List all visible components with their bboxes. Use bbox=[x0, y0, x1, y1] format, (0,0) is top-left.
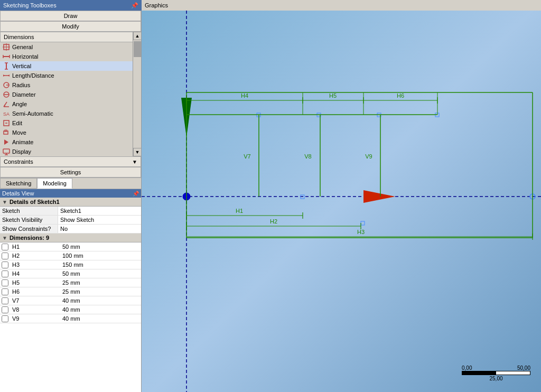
tab-modeling[interactable]: Modeling bbox=[37, 178, 72, 189]
tool-animate[interactable]: Animate bbox=[0, 137, 133, 147]
dimensions-section-header[interactable]: Dimensions ▲ bbox=[0, 32, 141, 42]
tool-vertical-label: Vertical bbox=[12, 63, 31, 69]
pin-icon[interactable]: 📌 bbox=[131, 2, 138, 9]
tool-semi-automatic[interactable]: SA Semi-Automatic bbox=[0, 109, 133, 118]
vertical-icon bbox=[2, 62, 11, 70]
tool-general-label: General bbox=[12, 44, 33, 50]
animate-icon bbox=[2, 138, 11, 146]
dim-checkbox-V9[interactable] bbox=[2, 315, 8, 322]
modify-section-header[interactable]: Modify bbox=[0, 21, 141, 32]
dim-row-V9: V9 40 mm bbox=[0, 314, 141, 323]
details-header: Details View 📌 bbox=[0, 189, 141, 198]
tool-radius-label: Radius bbox=[12, 82, 30, 88]
draw-section-header[interactable]: Draw bbox=[0, 11, 141, 21]
length-icon bbox=[2, 71, 11, 80]
dim-row-V7: V7 40 mm bbox=[0, 296, 141, 305]
dim-checkbox-H1[interactable] bbox=[2, 244, 8, 250]
svg-text:H2: H2 bbox=[270, 218, 277, 225]
tab-sketching[interactable]: Sketching bbox=[0, 178, 37, 189]
horizontal-icon bbox=[2, 52, 11, 61]
tool-display[interactable]: Display bbox=[0, 147, 133, 156]
tool-general[interactable]: General bbox=[0, 42, 133, 52]
svg-text:V9: V9 bbox=[365, 153, 372, 160]
details-section-sketch1: ▼ Details of Sketch1 bbox=[0, 198, 141, 207]
constraints-section-header[interactable]: Constraints ▼ bbox=[0, 156, 141, 167]
svg-rect-22 bbox=[3, 149, 10, 153]
scroll-thumb[interactable] bbox=[134, 41, 141, 57]
scroll-up-btn[interactable]: ▲ bbox=[133, 32, 142, 40]
angle-icon bbox=[2, 100, 11, 108]
toolbox-title: Sketching Toolboxes 📌 bbox=[0, 0, 142, 11]
move-icon bbox=[2, 128, 11, 137]
dim-row-H1: H1 50 mm bbox=[0, 242, 141, 251]
tool-vertical[interactable]: Vertical bbox=[0, 61, 133, 71]
tool-move[interactable]: Move bbox=[0, 128, 133, 137]
details-view: Details View 📌 ▼ Details of Sketch1 Sket… bbox=[0, 189, 141, 392]
svg-marker-35 bbox=[363, 190, 395, 203]
dim-row-H2: H2 100 mm bbox=[0, 251, 141, 260]
settings-section-header[interactable]: Settings bbox=[0, 167, 141, 178]
detail-constraints-row: Show Constraints? No bbox=[0, 225, 141, 234]
dim-checkbox-H2[interactable] bbox=[2, 253, 8, 259]
scale-black bbox=[462, 371, 496, 375]
radius-icon bbox=[2, 81, 11, 89]
dim-row-V8: V8 40 mm bbox=[0, 305, 141, 314]
svg-text:H3: H3 bbox=[357, 229, 365, 235]
tool-edit[interactable]: Edit bbox=[0, 118, 133, 128]
tool-display-label: Display bbox=[12, 148, 31, 155]
sketch-svg: H1 H2 H3 H4 H5 H6 V7 bbox=[142, 11, 541, 392]
dim-row-H4: H4 50 mm bbox=[0, 269, 141, 278]
display-icon bbox=[2, 147, 11, 156]
details-pin-icon[interactable]: 📌 bbox=[133, 191, 139, 197]
tool-angle[interactable]: Angle bbox=[0, 99, 133, 109]
dim-checkbox-H5[interactable] bbox=[2, 279, 8, 286]
scale-bar: 0,00 50,00 25,00 bbox=[462, 365, 530, 381]
dim-checkbox-H6[interactable] bbox=[2, 288, 8, 295]
tool-horizontal-label: Horizontal bbox=[12, 53, 39, 60]
general-icon bbox=[2, 43, 11, 51]
svg-text:H5: H5 bbox=[329, 92, 337, 99]
svg-text:H1: H1 bbox=[236, 208, 243, 214]
svg-rect-33 bbox=[361, 221, 365, 225]
tool-diameter[interactable]: Diameter bbox=[0, 90, 133, 99]
edit-icon bbox=[2, 119, 11, 127]
scroll-down-btn[interactable]: ▼ bbox=[133, 148, 142, 156]
tool-angle-label: Angle bbox=[12, 101, 27, 107]
scale-white bbox=[496, 371, 530, 375]
details-dimensions-header: ▼ Dimensions: 9 bbox=[0, 234, 141, 242]
tool-diameter-label: Diameter bbox=[12, 91, 36, 98]
semi-auto-icon: SA bbox=[2, 109, 11, 118]
svg-text:V8: V8 bbox=[304, 153, 311, 160]
tool-length-distance[interactable]: Length/Distance bbox=[0, 71, 133, 80]
dim-row-H3: H3 150 mm bbox=[0, 260, 141, 269]
dim-checkbox-H3[interactable] bbox=[2, 262, 8, 268]
svg-text:SA: SA bbox=[3, 111, 10, 117]
tool-semi-auto-label: Semi-Automatic bbox=[12, 110, 53, 117]
svg-text:H6: H6 bbox=[397, 92, 404, 99]
svg-text:H4: H4 bbox=[241, 92, 248, 99]
scale-right-label: 50,00 bbox=[517, 365, 530, 371]
tool-animate-label: Animate bbox=[12, 139, 33, 145]
tool-move-label: Move bbox=[12, 129, 26, 136]
toolbox-scrollbar[interactable]: ▲ ▼ bbox=[133, 32, 141, 156]
tool-edit-label: Edit bbox=[12, 120, 22, 126]
svg-marker-21 bbox=[4, 139, 8, 145]
tool-horizontal[interactable]: Horizontal bbox=[0, 52, 133, 61]
scale-center-label: 25,00 bbox=[462, 376, 530, 381]
scale-left-label: 0,00 bbox=[462, 365, 472, 371]
svg-line-15 bbox=[4, 102, 7, 107]
svg-text:V7: V7 bbox=[244, 153, 250, 160]
constraints-arrow-icon[interactable]: ▼ bbox=[132, 159, 137, 165]
dim-row-H5: H5 25 mm bbox=[0, 278, 141, 287]
detail-visibility-row: Sketch Visibility Show Sketch bbox=[0, 216, 141, 225]
graphics-title: Graphics bbox=[142, 0, 541, 11]
diameter-icon bbox=[2, 90, 11, 99]
dim-checkbox-V7[interactable] bbox=[2, 297, 8, 304]
dim-checkbox-V8[interactable] bbox=[2, 306, 8, 313]
tool-radius[interactable]: Radius bbox=[0, 80, 133, 90]
dim-checkbox-H4[interactable] bbox=[2, 270, 8, 277]
tool-length-label: Length/Distance bbox=[12, 72, 54, 79]
graphics-area[interactable]: H1 H2 H3 H4 H5 H6 V7 bbox=[142, 11, 541, 392]
tabs-container: Sketching Modeling bbox=[0, 178, 141, 189]
detail-sketch-row: Sketch Sketch1 bbox=[0, 207, 141, 216]
